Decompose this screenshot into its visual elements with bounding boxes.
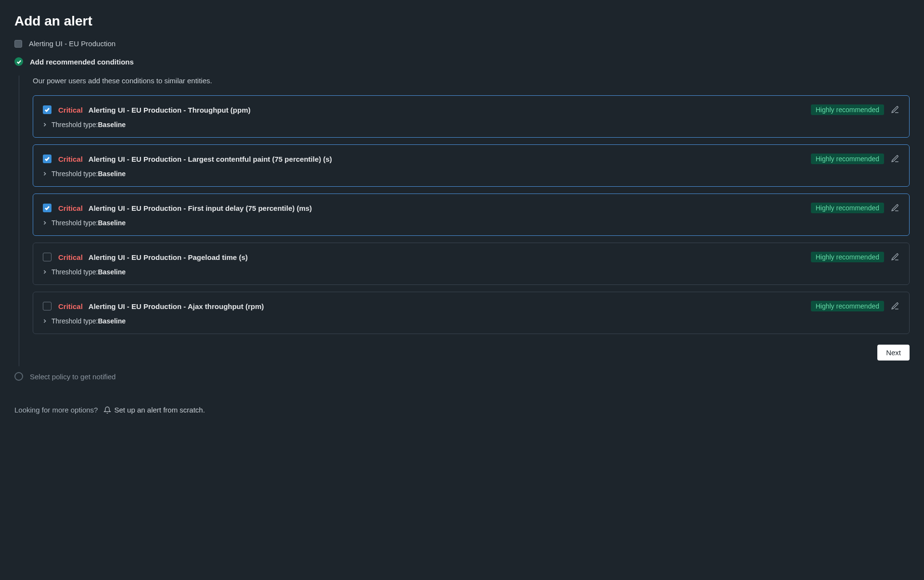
edit-icon[interactable] (891, 302, 899, 310)
condition-card: CriticalAlerting UI - EU Production - Pa… (33, 243, 910, 285)
recommendation-badge: Highly recommended (811, 252, 884, 262)
step-3: Select policy to get notified (14, 372, 910, 381)
condition-card: CriticalAlerting UI - EU Production - Aj… (33, 292, 910, 334)
threshold-value: Baseline (98, 317, 126, 325)
chevron-right-icon (43, 123, 47, 127)
condition-row: CriticalAlerting UI - EU Production - Th… (43, 104, 899, 115)
threshold-row[interactable]: Threshold type: Baseline (43, 121, 899, 129)
step-1[interactable]: Alerting UI - EU Production (14, 39, 910, 48)
chevron-right-icon (43, 270, 47, 274)
threshold-label: Threshold type: (51, 268, 98, 276)
condition-row: CriticalAlerting UI - EU Production - Fi… (43, 203, 899, 213)
edit-icon[interactable] (891, 204, 899, 212)
recommendation-badge: Highly recommended (811, 301, 884, 311)
page-title: Add an alert (14, 13, 910, 29)
severity-label: Critical (58, 253, 83, 261)
threshold-row[interactable]: Threshold type: Baseline (43, 268, 899, 276)
footer-text: Looking for more options? (14, 406, 98, 414)
chevron-right-icon (43, 319, 47, 323)
condition-checkbox[interactable] (43, 155, 51, 163)
condition-row: CriticalAlerting UI - EU Production - Aj… (43, 301, 899, 311)
condition-name: Alerting UI - EU Production - Ajax throu… (89, 302, 264, 310)
checkbox-icon (14, 40, 22, 48)
condition-checkbox[interactable] (43, 105, 51, 114)
chevron-right-icon (43, 221, 47, 225)
recommendation-badge: Highly recommended (811, 203, 884, 213)
recommendation-badge: Highly recommended (811, 104, 884, 115)
severity-label: Critical (58, 302, 83, 310)
condition-name: Alerting UI - EU Production - First inpu… (89, 204, 312, 212)
threshold-label: Threshold type: (51, 219, 98, 227)
condition-name: Alerting UI - EU Production - Pageload t… (89, 253, 248, 261)
recommendation-badge: Highly recommended (811, 154, 884, 164)
severity-label: Critical (58, 106, 83, 114)
severity-label: Critical (58, 155, 83, 163)
condition-checkbox[interactable] (43, 204, 51, 212)
chevron-right-icon (43, 172, 47, 176)
condition-name: Alerting UI - EU Production - Throughput… (89, 106, 251, 114)
footer-link-text: Set up an alert from scratch. (114, 406, 205, 414)
step-2-description: Our power users add these conditions to … (33, 76, 910, 85)
condition-card: CriticalAlerting UI - EU Production - Fi… (33, 193, 910, 236)
threshold-value: Baseline (98, 121, 126, 129)
step-1-label: Alerting UI - EU Production (29, 39, 116, 48)
condition-checkbox[interactable] (43, 253, 51, 261)
edit-icon[interactable] (891, 155, 899, 163)
condition-row: CriticalAlerting UI - EU Production - Pa… (43, 252, 899, 262)
threshold-value: Baseline (98, 219, 126, 227)
threshold-value: Baseline (98, 170, 126, 178)
condition-card: CriticalAlerting UI - EU Production - Th… (33, 95, 910, 138)
threshold-label: Threshold type: (51, 317, 98, 325)
threshold-label: Threshold type: (51, 121, 98, 129)
condition-row: CriticalAlerting UI - EU Production - La… (43, 154, 899, 164)
condition-checkbox[interactable] (43, 302, 51, 310)
next-button[interactable]: Next (877, 345, 910, 361)
bell-icon (103, 406, 111, 414)
threshold-label: Threshold type: (51, 170, 98, 178)
step-2-label: Add recommended conditions (30, 58, 134, 66)
condition-name: Alerting UI - EU Production - Largest co… (89, 155, 332, 163)
severity-label: Critical (58, 204, 83, 212)
condition-card: CriticalAlerting UI - EU Production - La… (33, 144, 910, 187)
edit-icon[interactable] (891, 253, 899, 261)
footer-link[interactable]: Set up an alert from scratch. (103, 406, 205, 414)
check-circle-icon (14, 57, 23, 66)
step-2: Add recommended conditions (14, 57, 910, 66)
circle-outline-icon (14, 372, 23, 381)
edit-icon[interactable] (891, 105, 899, 114)
threshold-value: Baseline (98, 268, 126, 276)
step-3-label: Select policy to get notified (30, 373, 116, 381)
threshold-row[interactable]: Threshold type: Baseline (43, 219, 899, 227)
threshold-row[interactable]: Threshold type: Baseline (43, 317, 899, 325)
threshold-row[interactable]: Threshold type: Baseline (43, 170, 899, 178)
